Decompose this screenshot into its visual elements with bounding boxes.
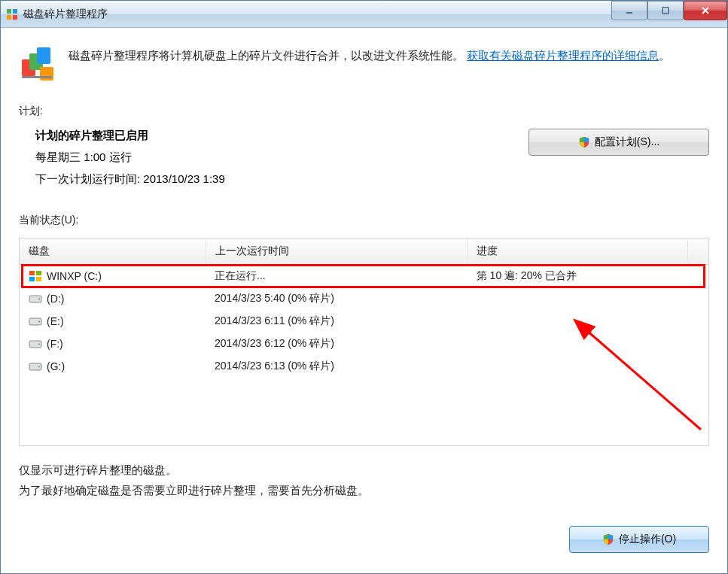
progress-value [468, 310, 688, 333]
defrag-icon [19, 46, 58, 82]
disk-name: (D:) [47, 293, 64, 305]
svg-rect-5 [663, 8, 669, 14]
app-icon [5, 8, 19, 21]
window-controls [611, 1, 727, 20]
last-run-value: 2014/3/23 6:13 (0% 碎片) [206, 355, 468, 378]
windows-drive-icon [29, 270, 42, 282]
schedule-run-time: 每星期三 1:00 运行 [35, 150, 225, 165]
svg-rect-0 [7, 9, 11, 14]
stop-button[interactable]: 停止操作(O) [569, 526, 709, 553]
svg-rect-10 [22, 76, 52, 78]
last-run-value: 2014/3/23 6:11 (0% 碎片) [206, 310, 468, 333]
svg-rect-4 [626, 12, 632, 14]
configure-schedule-button[interactable]: 配置计划(S)... [528, 129, 709, 156]
shield-icon [578, 136, 590, 148]
column-disk[interactable]: 磁盘 [20, 238, 206, 265]
content-area: 磁盘碎片整理程序将计算机硬盘上的碎片文件进行合并，以改进文件系统性能。 获取有关… [1, 28, 727, 573]
svg-point-18 [38, 321, 40, 323]
svg-rect-8 [37, 47, 50, 64]
table-row[interactable]: (F:)2014/3/23 6:12 (0% 碎片) [20, 333, 708, 355]
drive-icon [29, 338, 42, 350]
schedule-label: 计划: [19, 105, 709, 118]
svg-rect-1 [13, 9, 17, 14]
header-info: 磁盘碎片整理程序将计算机硬盘上的碎片文件进行合并，以改进文件系统性能。 获取有关… [19, 46, 709, 82]
svg-point-22 [38, 366, 40, 368]
footer-text: 仅显示可进行碎片整理的磁盘。 为了最好地确定磁盘是否需要立即进行碎片整理，需要首… [19, 460, 709, 500]
stop-button-label: 停止操作(O) [619, 533, 676, 546]
table-row[interactable]: (G:)2014/3/23 6:13 (0% 碎片) [20, 355, 708, 378]
learn-more-link[interactable]: 获取有关磁盘碎片整理程序的详细信息 [467, 49, 659, 62]
table-row[interactable]: (E:)2014/3/23 6:11 (0% 碎片) [20, 310, 708, 333]
bottom-bar: 停止操作(O) [19, 526, 709, 553]
titlebar: 磁盘碎片整理程序 [1, 1, 727, 28]
shield-icon [602, 533, 614, 545]
last-run-value: 正在运行... [206, 265, 468, 288]
svg-rect-2 [7, 15, 11, 20]
drive-icon [29, 360, 42, 372]
svg-rect-9 [40, 67, 53, 80]
schedule-enabled-title: 计划的碎片整理已启用 [35, 129, 225, 143]
progress-value [468, 333, 688, 355]
status-label: 当前状态(U): [19, 214, 709, 227]
progress-value: 第 10 遍: 20% 已合并 [468, 265, 688, 288]
disk-name: (F:) [47, 338, 63, 350]
drive-icon [29, 315, 42, 327]
svg-point-16 [38, 299, 40, 300]
drive-icon [29, 293, 42, 305]
disk-name: (E:) [47, 315, 64, 327]
column-progress[interactable]: 进度 [468, 238, 688, 265]
column-last-run[interactable]: 上一次运行时间 [206, 238, 468, 265]
svg-rect-14 [36, 277, 41, 281]
svg-rect-12 [36, 271, 41, 275]
header-desc-text: 磁盘碎片整理程序将计算机硬盘上的碎片文件进行合并，以改进文件系统性能。 [69, 49, 464, 62]
svg-rect-11 [29, 271, 35, 275]
last-run-value: 2014/3/23 6:12 (0% 碎片) [206, 333, 468, 355]
table-row[interactable]: WINXP (C:)正在运行...第 10 遍: 20% 已合并 [20, 265, 708, 288]
last-run-value: 2014/3/23 5:40 (0% 碎片) [206, 287, 468, 310]
svg-rect-3 [13, 15, 17, 20]
progress-value [468, 287, 688, 310]
schedule-next-run: 下一次计划运行时间: 2013/10/23 1:39 [35, 172, 225, 187]
close-button[interactable] [684, 1, 727, 20]
schedule-section: 计划的碎片整理已启用 每星期三 1:00 运行 下一次计划运行时间: 2013/… [19, 129, 709, 194]
svg-point-20 [38, 344, 40, 345]
header-description: 磁盘碎片整理程序将计算机硬盘上的碎片文件进行合并，以改进文件系统性能。 获取有关… [69, 46, 670, 82]
maximize-button[interactable] [647, 1, 684, 20]
disk-table: 磁盘 上一次运行时间 进度 WINXP (C:)正在运行...第 10 遍: 2… [19, 238, 709, 446]
svg-rect-13 [29, 277, 35, 281]
footer-line2: 为了最好地确定磁盘是否需要立即进行碎片整理，需要首先分析磁盘。 [19, 480, 709, 500]
progress-value [468, 355, 688, 378]
footer-line1: 仅显示可进行碎片整理的磁盘。 [19, 460, 709, 480]
disk-name: WINXP (C:) [47, 270, 102, 282]
column-spacer [688, 238, 708, 265]
table-row[interactable]: (D:)2014/3/23 5:40 (0% 碎片) [20, 287, 708, 310]
disk-name: (G:) [47, 360, 65, 372]
minimize-button[interactable] [611, 1, 647, 20]
configure-schedule-label: 配置计划(S)... [595, 135, 659, 149]
